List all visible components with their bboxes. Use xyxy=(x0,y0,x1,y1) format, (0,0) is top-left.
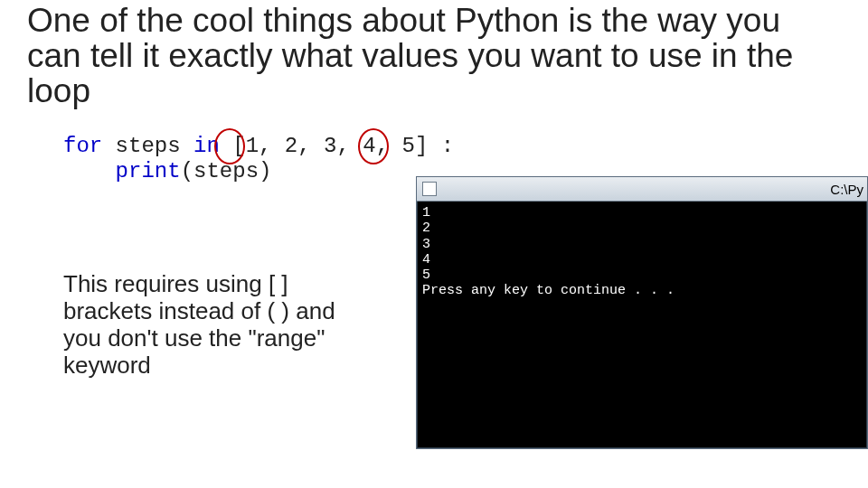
terminal-titlebar: C:\Py xyxy=(417,177,867,202)
code-text: [1, 2, 3, 4, 5] : xyxy=(220,134,454,158)
slide-note: This requires using [ ] brackets instead… xyxy=(63,271,362,380)
code-indent xyxy=(63,159,116,183)
highlight-circle-left-bracket xyxy=(214,128,245,164)
keyword-for: for xyxy=(63,134,102,158)
slide-headline: One of the cool things about Python is t… xyxy=(27,4,841,109)
code-block: for steps in [1, 2, 3, 4, 5] : print(ste… xyxy=(63,134,454,183)
keyword-print: print xyxy=(116,159,181,183)
highlight-circle-right-bracket xyxy=(358,128,389,164)
terminal-title: C:\Py xyxy=(830,182,863,197)
terminal-output: 1 2 3 4 5 Press any key to continue . . … xyxy=(417,202,867,303)
terminal-icon xyxy=(422,182,437,196)
code-text: steps xyxy=(102,134,193,158)
terminal-window: C:\Py 1 2 3 4 5 Press any key to continu… xyxy=(416,176,868,449)
